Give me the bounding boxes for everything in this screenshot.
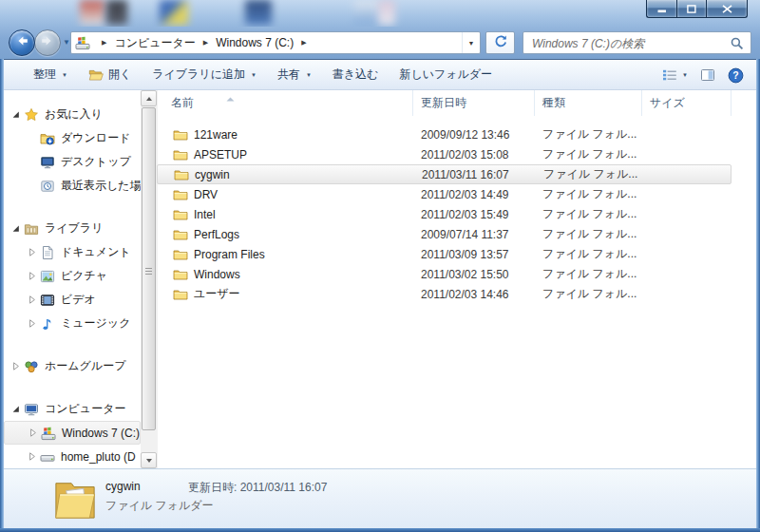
sidebar-item-favorites[interactable]: お気に入り <box>4 103 141 126</box>
drive-windows-icon <box>75 35 94 50</box>
star-icon <box>24 107 40 123</box>
recent-places-icon <box>40 179 56 194</box>
maximize-icon <box>687 0 696 17</box>
sidebar-item-recent-places[interactable]: 最近表示した場所 <box>4 174 141 198</box>
sidebar-item-music[interactable]: ミュージック <box>4 312 141 335</box>
folder-icon <box>173 127 188 142</box>
file-row-drv[interactable]: DRV2011/02/03 14:49ファイル フォル... <box>157 184 732 204</box>
toolbar-button-add-to-library[interactable]: ライブラリに追加▼ <box>142 63 267 86</box>
file-row-perflogs[interactable]: PerfLogs2009/07/14 11:37ファイル フォル... <box>157 224 732 244</box>
toolbar-button-open[interactable]: 開く <box>78 63 142 86</box>
file-row-apsetup[interactable]: APSETUP2011/02/03 15:08ファイル フォル... <box>157 144 732 164</box>
sidebar-item-desktop[interactable]: デスクトップ <box>4 150 141 174</box>
maximize-button[interactable] <box>676 0 706 18</box>
address-bar[interactable]: ▶ コンピューター ▶ Windows 7 (C:) ▶ ▼ <box>70 31 481 54</box>
sidebar-item-label: ホームグループ <box>45 358 125 374</box>
expander-closed-icon <box>27 247 37 257</box>
sidebar-item-pictures[interactable]: ピクチャ <box>4 264 141 288</box>
file-date: 2009/09/12 13:46 <box>413 128 535 142</box>
file-name-cell: PerfLogs <box>157 227 413 242</box>
folder-icon <box>173 207 188 222</box>
sidebar-item-documents[interactable]: ドキュメント <box>4 240 141 264</box>
file-row-cygwin[interactable]: cygwin2011/03/11 16:07ファイル フォル... <box>157 164 732 184</box>
modified-value: 2011/03/11 16:07 <box>240 481 328 494</box>
computer-icon <box>24 402 40 417</box>
sidebar-scrollbar[interactable] <box>141 90 158 468</box>
breadcrumb-arrow-icon[interactable]: ▶ <box>301 39 306 47</box>
command-toolbar: 整理▼ 開く ライブラリに追加▼ 共有▼ 書き込む 新しいフォルダー ▼ ? <box>4 59 756 90</box>
file-row-windows[interactable]: Windows2011/03/02 15:50ファイル フォル... <box>157 264 732 284</box>
column-header-date[interactable]: 更新日時 <box>413 90 535 116</box>
forward-button[interactable] <box>34 29 61 56</box>
scrollbar-thumb[interactable] <box>142 107 156 430</box>
sidebar-item-windows7-c[interactable]: Windows 7 (C:) <box>4 421 141 445</box>
sidebar-item-label: ミュージック <box>61 315 130 332</box>
file-name: DRV <box>194 188 218 201</box>
open-folder-icon <box>88 67 104 83</box>
file-row-users[interactable]: ユーザー2011/02/03 14:46ファイル フォル... <box>157 284 732 304</box>
blurred-desktop-icon <box>106 0 127 25</box>
search-box <box>522 31 751 54</box>
help-button[interactable]: ? <box>728 67 743 83</box>
refresh-button[interactable] <box>485 31 515 54</box>
column-header-type[interactable]: 種類 <box>535 90 642 116</box>
scrollbar-down-button[interactable] <box>141 452 157 468</box>
column-header-size[interactable]: サイズ <box>642 90 732 116</box>
toolbar-button-burn[interactable]: 書き込む <box>322 63 390 86</box>
expander-closed-icon <box>28 428 38 438</box>
file-date: 2011/02/03 14:49 <box>413 188 535 201</box>
toolbar-button-share[interactable]: 共有▼ <box>267 63 322 86</box>
file-name: cygwin <box>195 168 230 181</box>
file-type: ファイル フォル... <box>535 146 642 162</box>
search-input[interactable] <box>530 34 729 53</box>
sidebar-item-home-pluto-d[interactable]: home_pluto (D <box>4 445 141 468</box>
sidebar-item-label: デスクトップ <box>61 154 131 170</box>
sidebar-item-homegroup[interactable]: ホームグループ <box>4 354 141 378</box>
pictures-icon <box>40 269 56 284</box>
address-dropdown-button[interactable]: ▼ <box>462 32 480 53</box>
close-button[interactable] <box>706 0 748 18</box>
sidebar-item-label: ダウンロード <box>61 130 130 146</box>
file-name: Intel <box>194 208 216 221</box>
file-name: Windows <box>194 268 240 281</box>
window-border-right <box>756 59 760 532</box>
breadcrumb-computer[interactable]: コンピューター <box>114 35 195 51</box>
breadcrumb-arrow-icon[interactable]: ▶ <box>203 39 208 47</box>
recent-pages-chevron-icon[interactable]: ▼ <box>63 38 70 47</box>
sidebar-item-downloads[interactable]: ダウンロード <box>4 126 141 150</box>
views-button[interactable]: ▼ <box>662 67 688 83</box>
back-button[interactable] <box>9 29 35 56</box>
blurred-desktop-icon <box>353 0 380 25</box>
file-list: 名前 更新日時 種類 サイズ 121ware2009/09/12 13:46ファ… <box>157 90 756 468</box>
column-label: 種類 <box>542 95 565 111</box>
sidebar-item-computer[interactable]: コンピューター <box>4 397 141 421</box>
homegroup-icon <box>24 359 40 374</box>
folder-icon <box>173 187 188 202</box>
forward-arrow-icon <box>40 33 55 52</box>
sidebar-item-label: ドキュメント <box>61 244 131 260</box>
caption-buttons <box>646 0 748 18</box>
file-name-cell: Program Files <box>157 247 413 262</box>
expander-closed-icon <box>27 318 37 329</box>
toolbar-button-new-folder[interactable]: 新しいフォルダー <box>389 63 503 86</box>
sidebar-item-label: 最近表示した場所 <box>61 178 141 194</box>
file-row-121ware[interactable]: 121ware2009/09/12 13:46ファイル フォル... <box>157 124 732 144</box>
sidebar-item-libraries[interactable]: ライブラリ <box>4 217 141 240</box>
toolbar-label: ライブラリに追加 <box>152 66 245 83</box>
file-row-intel[interactable]: Intel2011/02/03 15:49ファイル フォル... <box>157 204 732 224</box>
preview-pane-button[interactable] <box>700 67 715 83</box>
chevron-down-icon: ▼ <box>682 72 688 78</box>
folder-icon <box>173 287 188 302</box>
sidebar-item-videos[interactable]: ビデオ <box>4 288 141 312</box>
sidebar-item-label: Windows 7 (C:) <box>62 427 140 440</box>
breadcrumb-drive[interactable]: Windows 7 (C:) <box>216 36 294 49</box>
expander-spacer <box>27 157 37 167</box>
toolbar-button-organize[interactable]: 整理▼ <box>23 63 78 86</box>
file-row-program-files[interactable]: Program Files2011/03/09 13:57ファイル フォル... <box>157 244 732 264</box>
toolbar-right-group: ▼ ? <box>662 67 743 83</box>
minimize-button[interactable] <box>646 0 676 18</box>
file-name-cell: cygwin <box>158 167 414 182</box>
column-header-name[interactable]: 名前 <box>157 90 413 116</box>
scrollbar-up-button[interactable] <box>141 90 157 106</box>
column-headers: 名前 更新日時 種類 サイズ <box>157 90 756 116</box>
